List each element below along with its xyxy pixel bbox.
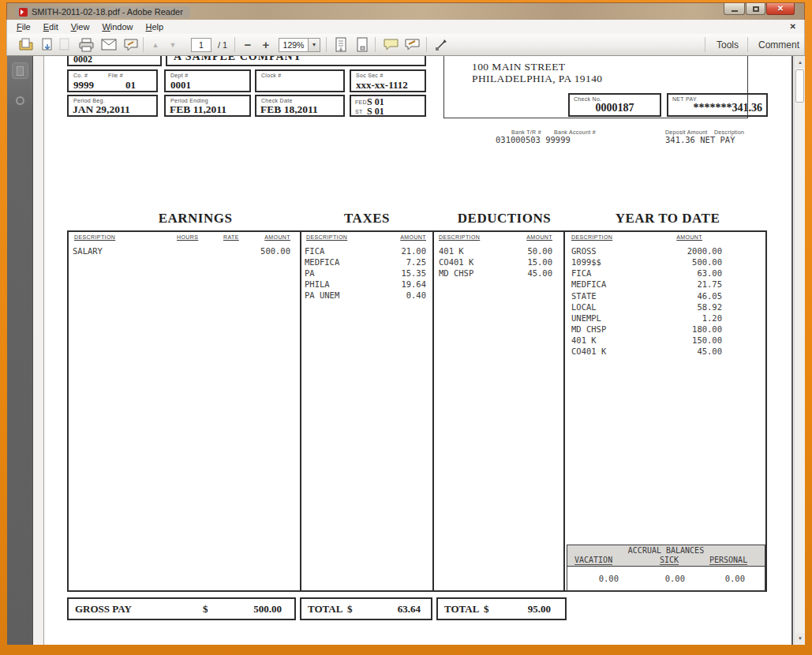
menu-help[interactable]: Help (140, 21, 170, 33)
scroll-up-button[interactable]: ▲ (795, 57, 805, 68)
next-page-button: ▼ (165, 34, 181, 55)
toolbar-separator (426, 37, 427, 52)
pdf-page (43, 56, 793, 645)
plus-icon: + (263, 38, 270, 51)
print-button[interactable] (76, 34, 96, 55)
menu-bar: File Edit View Window Help ✕ (6, 20, 805, 34)
toolbar-separator (375, 37, 376, 52)
toolbar: ▲ ▼ / 1 − + ▾ Tools (6, 34, 805, 56)
down-arrow-icon: ▼ (170, 41, 177, 49)
page-count-label: / 1 (213, 34, 232, 55)
email-button[interactable] (99, 34, 119, 55)
toolbar-separator (705, 37, 705, 52)
menu-window[interactable]: Window (95, 21, 139, 33)
zoom-out-button[interactable]: − (239, 34, 256, 55)
highlight-comment-button[interactable] (402, 34, 422, 55)
selection-tool-button[interactable] (431, 34, 451, 55)
menu-edit[interactable]: Edit (37, 21, 65, 33)
menu-file[interactable]: File (10, 21, 37, 33)
vertical-scrollbar[interactable]: ▲ ▼ (794, 56, 805, 645)
save-disabled-button (56, 34, 73, 55)
toolbar-separator (326, 37, 327, 52)
sticky-note-button[interactable] (380, 34, 401, 55)
sign-button[interactable] (121, 34, 141, 55)
navigation-pane (7, 56, 33, 645)
maximize-button[interactable] (746, 3, 765, 15)
save-button[interactable] (38, 34, 57, 55)
zoom-level-field-wrap (279, 34, 309, 55)
zoom-level-input[interactable] (279, 38, 309, 52)
attachments-button[interactable] (12, 92, 28, 109)
window-title-area: SMITH-2011-02-18.pdf - Adobe Reader (15, 6, 190, 18)
minimize-button[interactable] (724, 3, 745, 15)
previous-page-button: ▲ (148, 34, 163, 55)
maximize-icon (753, 6, 759, 12)
page-thumbnails-button[interactable] (12, 62, 28, 79)
menu-view[interactable]: View (65, 21, 96, 33)
window-title: SMITH-2011-02-18.pdf - Adobe Reader (32, 7, 183, 17)
comment-button[interactable]: Comment (754, 34, 804, 55)
close-button[interactable]: ✕ (766, 3, 795, 15)
attachments-icon (16, 96, 24, 105)
menubar-close-icon[interactable]: ✕ (790, 22, 796, 31)
scroll-down-button[interactable]: ▼ (795, 633, 805, 644)
open-file-button[interactable] (17, 34, 36, 55)
scrolling-mode-button[interactable] (331, 34, 350, 55)
adobe-reader-icon (19, 8, 28, 17)
toolbar-separator (143, 37, 144, 52)
desktop: SMITH-2011-02-18.pdf - Adobe Reader ✕ Fi… (0, 0, 812, 655)
title-bar[interactable]: SMITH-2011-02-18.pdf - Adobe Reader ✕ (6, 2, 805, 20)
scrollbar-thumb[interactable] (795, 69, 804, 103)
up-arrow-icon: ▲ (798, 60, 803, 65)
down-arrow-icon: ▼ (798, 636, 803, 641)
page-thumbnails-icon (17, 66, 24, 76)
single-page-mode-button[interactable] (352, 34, 372, 55)
minus-icon: − (245, 38, 252, 51)
page-number-input[interactable] (191, 38, 211, 52)
toolbar-separator (234, 37, 235, 52)
window-controls: ✕ (724, 3, 795, 15)
zoom-dropdown-button[interactable]: ▾ (309, 34, 320, 55)
zoom-in-button[interactable]: + (257, 34, 275, 55)
chevron-down-icon: ▾ (309, 38, 320, 52)
up-arrow-icon: ▲ (152, 41, 159, 49)
minimize-icon (732, 10, 738, 12)
toolbar-separator (747, 37, 748, 52)
page-number-field-wrap (190, 34, 212, 55)
tools-button[interactable]: Tools (711, 34, 744, 55)
close-icon: ✕ (777, 5, 784, 13)
